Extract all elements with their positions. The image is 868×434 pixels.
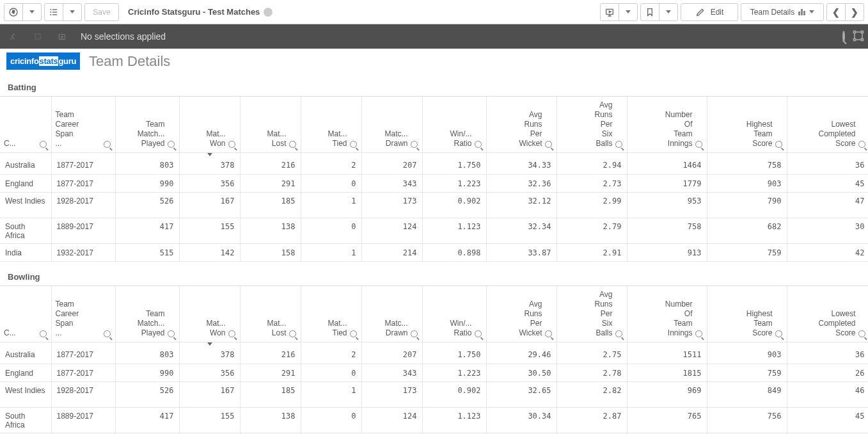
column-header[interactable]: Mat...Won — [179, 286, 240, 342]
data-cell[interactable]: 0.902 — [422, 193, 486, 218]
column-header[interactable]: Win/...Ratio — [422, 286, 486, 342]
bookmark-button[interactable] — [640, 3, 659, 21]
table-row[interactable]: West Indies1928-201752616718511730.90232… — [0, 382, 868, 408]
country-cell[interactable]: South Africa — [0, 218, 51, 244]
data-cell[interactable]: 1 — [301, 193, 361, 218]
column-search-icon[interactable] — [289, 330, 297, 338]
country-cell[interactable]: West Indies — [0, 382, 51, 408]
data-cell[interactable]: 291 — [240, 175, 301, 193]
data-cell[interactable]: 1.223 — [422, 364, 486, 382]
column-search-icon[interactable] — [40, 330, 47, 338]
data-cell[interactable]: 803 — [115, 346, 179, 364]
data-cell[interactable]: 32.65 — [486, 382, 556, 408]
column-search-icon[interactable] — [475, 141, 482, 149]
data-cell[interactable]: 2.82 — [556, 382, 627, 408]
data-cell[interactable]: 46 — [787, 382, 868, 408]
data-cell[interactable]: 378 — [179, 346, 240, 364]
data-cell[interactable]: 1932-2017 — [51, 244, 115, 262]
data-cell[interactable]: 138 — [240, 408, 301, 433]
data-cell[interactable]: 30.50 — [486, 364, 556, 382]
prev-sheet-button[interactable]: ❮ — [826, 3, 846, 21]
country-cell[interactable]: India — [0, 244, 51, 262]
data-cell[interactable]: 2 — [301, 346, 361, 364]
column-header[interactable]: Mat...Tied — [301, 286, 361, 342]
data-cell[interactable]: 1877-2017 — [51, 364, 115, 382]
data-cell[interactable]: 903 — [707, 346, 787, 364]
column-header[interactable]: Win/...Ratio — [422, 97, 486, 153]
data-cell[interactable]: 417 — [115, 218, 179, 244]
column-header[interactable]: TeamCareerSpan... — [51, 97, 115, 153]
data-cell[interactable]: 158 — [240, 244, 301, 262]
clear-selections-button[interactable] — [52, 27, 72, 46]
country-cell[interactable]: West Indies — [0, 193, 51, 218]
data-cell[interactable]: 2.73 — [556, 175, 627, 193]
data-cell[interactable]: 515 — [115, 244, 179, 262]
edit-button[interactable]: Edit — [681, 3, 738, 21]
data-cell[interactable]: 32.12 — [486, 193, 556, 218]
data-cell[interactable]: 378 — [179, 157, 240, 175]
column-header[interactable]: NumberOfTeamInnings — [627, 286, 707, 342]
data-cell[interactable]: 758 — [707, 157, 787, 175]
table-row[interactable]: Australia1877-201780337821622071.75029.4… — [0, 346, 868, 364]
data-cell[interactable]: 0 — [301, 408, 361, 433]
data-cell[interactable]: 36 — [787, 346, 868, 364]
data-cell[interactable]: 682 — [707, 218, 787, 244]
column-search-icon[interactable] — [168, 141, 175, 149]
column-search-icon[interactable] — [289, 141, 297, 149]
data-cell[interactable]: 969 — [627, 382, 707, 408]
data-cell[interactable]: 2.87 — [556, 408, 627, 433]
data-cell[interactable]: 0.902 — [422, 382, 486, 408]
data-cell[interactable]: 1.123 — [422, 218, 486, 244]
data-cell[interactable]: 1815 — [627, 364, 707, 382]
column-search-icon[interactable] — [228, 330, 236, 338]
column-header[interactable]: C... — [0, 97, 51, 153]
data-cell[interactable]: 765 — [627, 408, 707, 433]
column-search-icon[interactable] — [411, 330, 418, 338]
data-cell[interactable]: 124 — [361, 218, 422, 244]
data-cell[interactable]: 47 — [787, 193, 868, 218]
table-row[interactable]: England1877-201799035629103431.22332.362… — [0, 175, 868, 193]
data-cell[interactable]: 849 — [707, 382, 787, 408]
data-cell[interactable]: 36 — [787, 157, 868, 175]
data-cell[interactable]: 356 — [179, 175, 240, 193]
data-cell[interactable]: 953 — [627, 193, 707, 218]
column-search-icon[interactable] — [104, 330, 111, 338]
data-cell[interactable]: 185 — [240, 382, 301, 408]
data-cell[interactable]: 167 — [179, 382, 240, 408]
column-search-icon[interactable] — [775, 141, 783, 149]
column-header[interactable]: NumberOfTeamInnings — [627, 97, 707, 153]
data-cell[interactable]: 2.99 — [556, 193, 627, 218]
data-cell[interactable]: 45 — [787, 175, 868, 193]
country-cell[interactable]: Australia — [0, 346, 51, 364]
next-sheet-button[interactable]: ❯ — [845, 3, 864, 21]
data-cell[interactable]: 1464 — [627, 157, 707, 175]
data-cell[interactable]: 790 — [707, 193, 787, 218]
data-cell[interactable]: 0 — [301, 175, 361, 193]
data-cell[interactable]: 990 — [115, 175, 179, 193]
table-row[interactable]: South Africa1889-201741715513801241.1233… — [0, 218, 868, 244]
data-cell[interactable]: 1 — [301, 244, 361, 262]
data-cell[interactable]: 214 — [361, 244, 422, 262]
data-cell[interactable]: 0 — [301, 218, 361, 244]
data-cell[interactable]: 30.34 — [486, 408, 556, 433]
data-cell[interactable]: 759 — [707, 244, 787, 262]
data-cell[interactable]: 2 — [301, 157, 361, 175]
save-button[interactable]: Save — [84, 3, 119, 21]
table-row[interactable]: South Africa1889-201741715513801241.1233… — [0, 408, 868, 433]
story-dropdown[interactable] — [619, 3, 638, 21]
column-search-icon[interactable] — [168, 330, 175, 338]
data-cell[interactable]: 1.223 — [422, 175, 486, 193]
data-cell[interactable]: 803 — [115, 157, 179, 175]
column-header[interactable]: Matc...Drawn — [361, 97, 422, 153]
data-cell[interactable]: 0 — [301, 364, 361, 382]
data-cell[interactable]: 1779 — [627, 175, 707, 193]
data-cell[interactable]: 33.87 — [486, 244, 556, 262]
column-search-icon[interactable] — [545, 330, 553, 338]
column-header[interactable]: LowestCompletedScore — [787, 286, 868, 342]
data-cell[interactable]: 356 — [179, 364, 240, 382]
data-cell[interactable]: 1877-2017 — [51, 175, 115, 193]
column-search-icon[interactable] — [350, 330, 358, 338]
data-cell[interactable]: 124 — [361, 408, 422, 433]
column-header[interactable]: TeamMatch...Played — [115, 97, 179, 153]
data-cell[interactable]: 0.898 — [422, 244, 486, 262]
